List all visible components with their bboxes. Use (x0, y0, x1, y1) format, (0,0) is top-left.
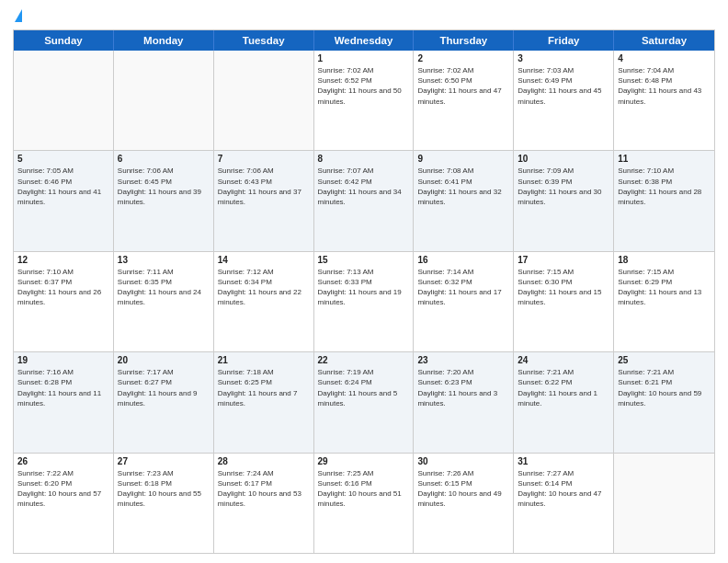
day-info: Sunrise: 7:21 AMSunset: 6:21 PMDaylight:… (618, 367, 711, 408)
day-of-week-monday: Monday (114, 30, 214, 51)
day-info: Sunrise: 7:09 AMSunset: 6:39 PMDaylight:… (518, 166, 609, 207)
day-cell-1: 1Sunrise: 7:02 AMSunset: 6:52 PMDaylight… (314, 51, 415, 150)
day-of-week-wednesday: Wednesday (314, 30, 415, 51)
day-number: 14 (218, 255, 310, 265)
day-info: Sunrise: 7:13 AMSunset: 6:33 PMDaylight:… (318, 267, 410, 308)
day-number: 8 (318, 154, 410, 164)
day-cell-12: 12Sunrise: 7:10 AMSunset: 6:37 PMDayligh… (14, 252, 114, 351)
day-number: 18 (618, 255, 711, 265)
day-number: 24 (518, 355, 609, 365)
day-info: Sunrise: 7:06 AMSunset: 6:43 PMDaylight:… (218, 166, 310, 207)
day-cell-8: 8Sunrise: 7:07 AMSunset: 6:42 PMDaylight… (314, 151, 415, 250)
day-of-week-sunday: Sunday (14, 30, 114, 51)
day-cell-29: 29Sunrise: 7:25 AMSunset: 6:16 PMDayligh… (314, 454, 415, 553)
day-cell-11: 11Sunrise: 7:10 AMSunset: 6:38 PMDayligh… (614, 151, 714, 250)
day-info: Sunrise: 7:05 AMSunset: 6:46 PMDaylight:… (17, 166, 109, 207)
calendar-week-4: 19Sunrise: 7:16 AMSunset: 6:28 PMDayligh… (14, 351, 714, 452)
day-number: 1 (318, 53, 410, 63)
day-cell-16: 16Sunrise: 7:14 AMSunset: 6:32 PMDayligh… (414, 252, 514, 351)
day-cell-18: 18Sunrise: 7:15 AMSunset: 6:29 PMDayligh… (614, 252, 714, 351)
day-cell-6: 6Sunrise: 7:06 AMSunset: 6:45 PMDaylight… (114, 151, 214, 250)
day-cell-5: 5Sunrise: 7:05 AMSunset: 6:46 PMDaylight… (14, 151, 114, 250)
day-cell-10: 10Sunrise: 7:09 AMSunset: 6:39 PMDayligh… (514, 151, 614, 250)
day-number: 11 (618, 154, 711, 164)
day-cell-9: 9Sunrise: 7:08 AMSunset: 6:41 PMDaylight… (414, 151, 514, 250)
day-info: Sunrise: 7:15 AMSunset: 6:30 PMDaylight:… (518, 267, 609, 308)
day-info: Sunrise: 7:27 AMSunset: 6:14 PMDaylight:… (518, 468, 609, 510)
day-number: 13 (118, 255, 210, 265)
calendar-body: 1Sunrise: 7:02 AMSunset: 6:52 PMDaylight… (14, 51, 714, 553)
day-info: Sunrise: 7:02 AMSunset: 6:50 PMDaylight:… (417, 65, 509, 107)
day-cell-24: 24Sunrise: 7:21 AMSunset: 6:22 PMDayligh… (514, 352, 614, 452)
calendar-week-5: 26Sunrise: 7:22 AMSunset: 6:20 PMDayligh… (14, 453, 714, 553)
day-number: 27 (118, 456, 210, 466)
day-cell-30: 30Sunrise: 7:26 AMSunset: 6:15 PMDayligh… (414, 454, 514, 553)
calendar-week-3: 12Sunrise: 7:10 AMSunset: 6:37 PMDayligh… (14, 251, 714, 351)
day-info: Sunrise: 7:10 AMSunset: 6:38 PMDaylight:… (618, 166, 711, 207)
day-cell-26: 26Sunrise: 7:22 AMSunset: 6:20 PMDayligh… (14, 454, 114, 553)
day-info: Sunrise: 7:16 AMSunset: 6:28 PMDaylight:… (17, 367, 109, 408)
logo (13, 9, 22, 22)
day-number: 2 (417, 53, 509, 63)
day-number: 5 (17, 154, 109, 164)
day-of-week-tuesday: Tuesday (214, 30, 314, 51)
day-info: Sunrise: 7:25 AMSunset: 6:16 PMDaylight:… (318, 468, 410, 510)
day-info: Sunrise: 7:26 AMSunset: 6:15 PMDaylight:… (417, 468, 509, 510)
day-number: 3 (518, 53, 609, 63)
day-number: 21 (218, 355, 310, 365)
header (13, 9, 715, 22)
day-cell-14: 14Sunrise: 7:12 AMSunset: 6:34 PMDayligh… (214, 252, 314, 351)
day-cell-4: 4Sunrise: 7:04 AMSunset: 6:48 PMDaylight… (614, 51, 714, 150)
day-number: 30 (417, 456, 509, 466)
day-number: 15 (318, 255, 410, 265)
empty-cell (14, 51, 114, 150)
day-number: 28 (218, 456, 310, 466)
day-number: 16 (417, 255, 509, 265)
day-number: 20 (118, 355, 210, 365)
calendar-header: SundayMondayTuesdayWednesdayThursdayFrid… (14, 30, 714, 51)
day-info: Sunrise: 7:03 AMSunset: 6:49 PMDaylight:… (518, 65, 609, 107)
day-info: Sunrise: 7:11 AMSunset: 6:35 PMDaylight:… (118, 267, 210, 308)
empty-cell (114, 51, 214, 150)
day-cell-21: 21Sunrise: 7:18 AMSunset: 6:25 PMDayligh… (214, 352, 314, 452)
day-cell-7: 7Sunrise: 7:06 AMSunset: 6:43 PMDaylight… (214, 151, 314, 250)
day-info: Sunrise: 7:06 AMSunset: 6:45 PMDaylight:… (118, 166, 210, 207)
day-info: Sunrise: 7:22 AMSunset: 6:20 PMDaylight:… (17, 468, 109, 510)
day-cell-22: 22Sunrise: 7:19 AMSunset: 6:24 PMDayligh… (314, 352, 415, 452)
day-cell-17: 17Sunrise: 7:15 AMSunset: 6:30 PMDayligh… (514, 252, 614, 351)
day-number: 10 (518, 154, 609, 164)
day-info: Sunrise: 7:02 AMSunset: 6:52 PMDaylight:… (318, 65, 410, 107)
calendar: SundayMondayTuesdayWednesdayThursdayFrid… (13, 29, 715, 554)
day-number: 25 (618, 355, 711, 365)
day-cell-28: 28Sunrise: 7:24 AMSunset: 6:17 PMDayligh… (214, 454, 314, 553)
day-info: Sunrise: 7:17 AMSunset: 6:27 PMDaylight:… (118, 367, 210, 408)
day-cell-3: 3Sunrise: 7:03 AMSunset: 6:49 PMDaylight… (514, 51, 614, 150)
day-cell-19: 19Sunrise: 7:16 AMSunset: 6:28 PMDayligh… (14, 352, 114, 452)
day-number: 31 (518, 456, 609, 466)
empty-cell (214, 51, 314, 150)
day-of-week-friday: Friday (514, 30, 614, 51)
day-info: Sunrise: 7:14 AMSunset: 6:32 PMDaylight:… (417, 267, 509, 308)
day-info: Sunrise: 7:10 AMSunset: 6:37 PMDaylight:… (17, 267, 109, 308)
day-number: 17 (518, 255, 609, 265)
day-number: 26 (17, 456, 109, 466)
day-cell-23: 23Sunrise: 7:20 AMSunset: 6:23 PMDayligh… (414, 352, 514, 452)
day-cell-2: 2Sunrise: 7:02 AMSunset: 6:50 PMDaylight… (414, 51, 514, 150)
day-info: Sunrise: 7:19 AMSunset: 6:24 PMDaylight:… (318, 367, 410, 408)
day-cell-20: 20Sunrise: 7:17 AMSunset: 6:27 PMDayligh… (114, 352, 214, 452)
logo-triangle-icon (15, 9, 22, 22)
day-info: Sunrise: 7:24 AMSunset: 6:17 PMDaylight:… (218, 468, 310, 510)
day-number: 19 (17, 355, 109, 365)
day-of-week-thursday: Thursday (414, 30, 514, 51)
day-info: Sunrise: 7:20 AMSunset: 6:23 PMDaylight:… (417, 367, 509, 408)
day-info: Sunrise: 7:15 AMSunset: 6:29 PMDaylight:… (618, 267, 711, 308)
page: SundayMondayTuesdayWednesdayThursdayFrid… (0, 0, 728, 563)
day-number: 22 (318, 355, 410, 365)
day-number: 29 (318, 456, 410, 466)
calendar-week-2: 5Sunrise: 7:05 AMSunset: 6:46 PMDaylight… (14, 150, 714, 250)
day-info: Sunrise: 7:18 AMSunset: 6:25 PMDaylight:… (218, 367, 310, 408)
day-cell-13: 13Sunrise: 7:11 AMSunset: 6:35 PMDayligh… (114, 252, 214, 351)
calendar-week-1: 1Sunrise: 7:02 AMSunset: 6:52 PMDaylight… (14, 51, 714, 150)
day-number: 4 (618, 53, 711, 63)
day-cell-15: 15Sunrise: 7:13 AMSunset: 6:33 PMDayligh… (314, 252, 415, 351)
